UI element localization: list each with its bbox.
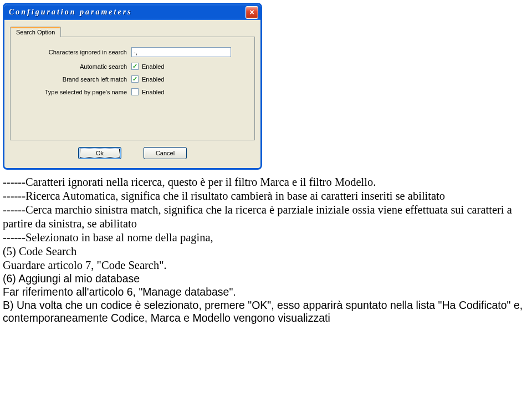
brand-left-checkbox[interactable] xyxy=(131,75,139,83)
doc-line-1: ------Caratteri ignorati nella ricerca, … xyxy=(3,176,376,188)
brand-left-label: Brand search left match xyxy=(17,76,131,83)
doc-line-7: (6) Aggiungi al mio database xyxy=(3,272,140,285)
document-text: ------Caratteri ignorati nella ricerca, … xyxy=(3,175,529,325)
doc-line-9: B) Una volta che un codice è selezionato… xyxy=(3,299,523,324)
doc-line-5: (5) Code Search xyxy=(3,245,76,257)
type-page-label: Type selected by page's name xyxy=(17,89,131,95)
ok-button[interactable]: Ok xyxy=(78,147,121,159)
brand-left-enabled-label: Enabled xyxy=(142,76,164,83)
cancel-button[interactable]: Cancel xyxy=(144,147,187,159)
doc-line-8: Far riferimento all'articolo 6, "Manage … xyxy=(3,286,236,298)
auto-search-enabled-label: Enabled xyxy=(142,63,164,70)
button-row: Ok Cancel xyxy=(10,147,255,163)
type-page-enabled-label: Enabled xyxy=(142,89,164,95)
dialog-title: Configuration parameters xyxy=(9,8,132,17)
row-chars-ignored: Characters ignored in search xyxy=(17,47,248,57)
close-button[interactable]: × xyxy=(245,6,258,19)
auto-search-checkbox[interactable] xyxy=(131,63,139,70)
tab-panel: Characters ignored in search Automatic s… xyxy=(10,37,255,140)
doc-line-6: Guardare articolo 7, "Code Search". xyxy=(3,259,167,271)
row-auto-search: Automatic search Enabled xyxy=(17,63,248,70)
auto-search-label: Automatic search xyxy=(17,63,131,70)
chars-ignored-label: Characters ignored in search xyxy=(17,49,131,55)
dialog-body: Search Option Characters ignored in sear… xyxy=(4,20,260,168)
titlebar[interactable]: Configuration parameters × xyxy=(4,4,260,20)
config-dialog: Configuration parameters × Search Option… xyxy=(3,3,262,170)
tab-strip: Search Option xyxy=(10,24,255,37)
close-icon: × xyxy=(249,8,254,17)
row-type-page: Type selected by page's name Enabled xyxy=(17,88,248,95)
type-page-checkbox[interactable] xyxy=(131,88,139,95)
doc-line-2: ------Ricerca Automatica, significa che … xyxy=(3,190,445,202)
tab-search-option[interactable]: Search Option xyxy=(10,27,61,37)
chars-ignored-input[interactable] xyxy=(131,47,231,57)
row-brand-left: Brand search left match Enabled xyxy=(17,75,248,83)
doc-line-4: ------Selezionato in base al nome della … xyxy=(3,231,213,243)
doc-line-3: ------Cerca marchio sinistra match, sign… xyxy=(3,204,512,230)
